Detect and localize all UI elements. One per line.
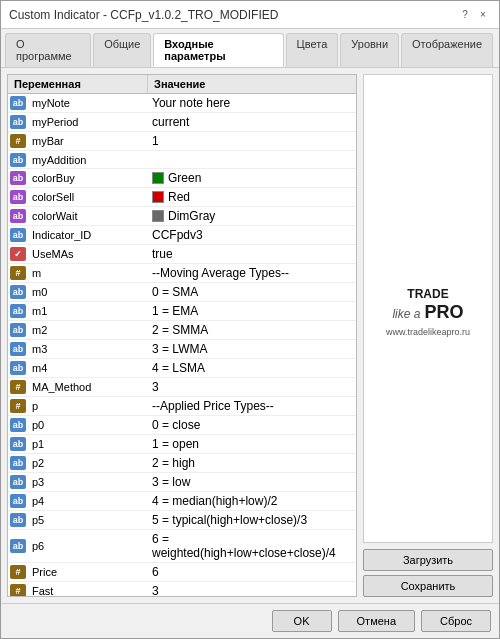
table-row[interactable]: abm22 = SMMA (8, 321, 356, 340)
param-name: Indicator_ID (28, 227, 148, 243)
param-value: 3 (148, 582, 356, 596)
table-row[interactable]: abmyAddition (8, 151, 356, 169)
table-row[interactable]: abp66 = weighted(high+low+close+close)/4 (8, 530, 356, 563)
reset-button[interactable]: Сброс (421, 610, 491, 632)
table-row[interactable]: abmyNoteYour note here (8, 94, 356, 113)
table-row[interactable]: #MA_Method3 (8, 378, 356, 397)
brand-like-pro: like a PRO (392, 302, 463, 324)
brand-trade: TRADE (407, 280, 448, 302)
param-name: myNote (28, 95, 148, 111)
param-name: p4 (28, 493, 148, 509)
table-row[interactable]: #p--Applied Price Types-- (8, 397, 356, 416)
param-value: 6 (148, 563, 356, 581)
param-value (148, 158, 356, 162)
string-icon: ab (10, 115, 26, 129)
string-icon: ab (10, 539, 26, 553)
string-icon: ab (10, 304, 26, 318)
param-value: 3 = LWMA (148, 340, 356, 358)
string-icon: ab (10, 285, 26, 299)
table-row[interactable]: abcolorWaitDimGray (8, 207, 356, 226)
param-name: Price (28, 564, 148, 580)
col-val-header: Значение (148, 75, 356, 93)
color-type-icon: ab (10, 171, 26, 185)
table-row[interactable]: #myBar1 (8, 132, 356, 151)
table-row[interactable]: abmyPeriodcurrent (8, 113, 356, 132)
param-name: myBar (28, 133, 148, 149)
window-title: Custom Indicator - CCFp_v1.0.2_TRO_MODIF… (9, 8, 278, 22)
table-row[interactable]: abcolorSellRed (8, 188, 356, 207)
param-name: m (28, 265, 148, 281)
color-swatch (152, 191, 164, 203)
number-icon: # (10, 399, 26, 413)
number-icon: # (10, 266, 26, 280)
table-row[interactable]: abp55 = typical(high+low+close)/3 (8, 511, 356, 530)
table-row[interactable]: abm11 = EMA (8, 302, 356, 321)
param-value: DimGray (148, 207, 356, 225)
tab-входные-параметры[interactable]: Входные параметры (153, 33, 283, 67)
table-row[interactable]: abp33 = low (8, 473, 356, 492)
color-type-icon: ab (10, 190, 26, 204)
table-row[interactable]: #Fast3 (8, 582, 356, 596)
table-row[interactable]: abm00 = SMA (8, 283, 356, 302)
string-icon: ab (10, 437, 26, 451)
table-body[interactable]: abmyNoteYour note hereabmyPeriodcurrent#… (8, 94, 356, 596)
param-value: --Moving Average Types-- (148, 264, 356, 282)
save-button[interactable]: Сохранить (363, 575, 493, 597)
string-icon: ab (10, 456, 26, 470)
title-controls: ? × (457, 7, 491, 23)
main-window: Custom Indicator - CCFp_v1.0.2_TRO_MODIF… (0, 0, 500, 639)
color-type-icon: ab (10, 209, 26, 223)
table-row[interactable]: ✓UseMAstrue (8, 245, 356, 264)
parameters-table: Переменная Значение abmyNoteYour note he… (7, 74, 357, 597)
ok-button[interactable]: OK (272, 610, 332, 632)
param-value: current (148, 113, 356, 131)
param-name: UseMAs (28, 246, 148, 262)
help-button[interactable]: ? (457, 7, 473, 23)
tab-общие[interactable]: Общие (93, 33, 151, 67)
table-row[interactable]: abp11 = open (8, 435, 356, 454)
table-row[interactable]: abp00 = close (8, 416, 356, 435)
param-name: colorBuy (28, 170, 148, 186)
param-name: m0 (28, 284, 148, 300)
param-name: p (28, 398, 148, 414)
table-row[interactable]: abm44 = LSMA (8, 359, 356, 378)
table-row[interactable]: abm33 = LWMA (8, 340, 356, 359)
param-name: p2 (28, 455, 148, 471)
param-name: p5 (28, 512, 148, 528)
param-value: 4 = LSMA (148, 359, 356, 377)
tab-bar: О программеОбщиеВходные параметрыЦветаУр… (1, 29, 499, 68)
tab-уровни[interactable]: Уровни (340, 33, 399, 67)
param-value: Red (148, 188, 356, 206)
param-value: 5 = typical(high+low+close)/3 (148, 511, 356, 529)
param-value: 2 = SMMA (148, 321, 356, 339)
param-value: 1 (148, 132, 356, 150)
param-value: CCFpdv3 (148, 226, 356, 244)
param-value: --Applied Price Types-- (148, 397, 356, 415)
param-name: colorSell (28, 189, 148, 205)
number-icon: # (10, 134, 26, 148)
table-row[interactable]: abp22 = high (8, 454, 356, 473)
table-row[interactable]: abIndicator_IDCCFpdv3 (8, 226, 356, 245)
table-row[interactable]: #m--Moving Average Types-- (8, 264, 356, 283)
string-icon: ab (10, 361, 26, 375)
string-icon: ab (10, 228, 26, 242)
table-row[interactable]: #Price6 (8, 563, 356, 582)
table-row[interactable]: abp44 = median(high+low)/2 (8, 492, 356, 511)
tab-о-программе[interactable]: О программе (5, 33, 91, 67)
param-name: m3 (28, 341, 148, 357)
param-value: true (148, 245, 356, 263)
load-button[interactable]: Загрузить (363, 549, 493, 571)
close-button[interactable]: × (475, 7, 491, 23)
param-value: 3 (148, 378, 356, 396)
table-row[interactable]: abcolorBuyGreen (8, 169, 356, 188)
table-header: Переменная Значение (8, 75, 356, 94)
tab-отображение[interactable]: Отображение (401, 33, 493, 67)
content-area: Переменная Значение abmyNoteYour note he… (1, 68, 499, 603)
cancel-button[interactable]: Отмена (338, 610, 415, 632)
param-name: p0 (28, 417, 148, 433)
string-icon: ab (10, 494, 26, 508)
side-buttons: Загрузить Сохранить (363, 549, 493, 597)
param-name: Fast (28, 583, 148, 596)
color-swatch (152, 210, 164, 222)
tab-цвета[interactable]: Цвета (286, 33, 339, 67)
